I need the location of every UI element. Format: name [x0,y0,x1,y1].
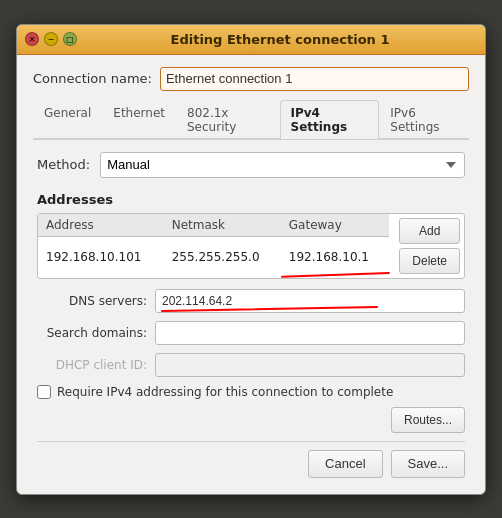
addresses-table-wrapper: Address Netmask Gateway 192.168.10.101 2… [37,213,465,279]
require-ipv4-checkbox[interactable] [37,385,51,399]
table-row[interactable]: 192.168.10.101 255.255.255.0 192.168.10.… [38,236,389,278]
main-window: ✕ − □ Editing Ethernet connection 1 Conn… [16,24,486,495]
cell-gateway: 192.168.10.1 [281,236,390,278]
method-label: Method: [37,157,90,172]
require-ipv4-label: Require IPv4 addressing for this connect… [57,385,393,399]
red-underline-decoration [281,272,390,278]
search-domains-label: Search domains: [37,326,147,340]
add-address-button[interactable]: Add [399,218,460,244]
dhcp-client-id-row: DHCP client ID: [37,353,465,377]
tab-8021x[interactable]: 802.1x Security [176,100,280,139]
cancel-button[interactable]: Cancel [308,450,382,478]
connection-name-label: Connection name: [33,71,152,86]
search-domains-input[interactable] [155,321,465,345]
connection-name-row: Connection name: [33,67,469,91]
maximize-button[interactable]: □ [63,32,77,46]
delete-address-button[interactable]: Delete [399,248,460,274]
close-button[interactable]: ✕ [25,32,39,46]
titlebar: ✕ − □ Editing Ethernet connection 1 [17,25,485,55]
require-ipv4-row: Require IPv4 addressing for this connect… [37,385,465,399]
window-title: Editing Ethernet connection 1 [83,32,477,47]
connection-name-input[interactable] [160,67,469,91]
tab-ipv6[interactable]: IPv6 Settings [379,100,469,139]
dns-input-wrapper [155,289,465,313]
tab-bar: General Ethernet 802.1x Security IPv4 Se… [33,99,469,140]
dhcp-client-id-label: DHCP client ID: [37,358,147,372]
address-action-buttons: Add Delete [395,214,464,278]
search-domains-row: Search domains: [37,321,465,345]
dhcp-client-id-input [155,353,465,377]
tab-ethernet[interactable]: Ethernet [102,100,176,139]
cell-netmask: 255.255.255.0 [164,236,281,278]
ipv4-tab-content: Method: Manual Automatic (DHCP) Link-Loc… [33,140,469,482]
bottom-buttons: Cancel Save... [37,441,465,478]
col-gateway: Gateway [281,214,390,237]
dns-servers-row: DNS servers: [37,289,465,313]
method-select[interactable]: Manual Automatic (DHCP) Link-Local Only … [100,152,465,178]
titlebar-buttons: ✕ − □ [25,32,77,46]
addresses-title: Addresses [37,192,465,207]
routes-button[interactable]: Routes... [391,407,465,433]
addresses-section: Addresses Address Netmask Gateway [37,192,465,279]
bottom-right-buttons: Cancel Save... [308,450,465,478]
tab-ipv4[interactable]: IPv4 Settings [280,100,380,139]
tab-general[interactable]: General [33,100,102,139]
cell-address: 192.168.10.101 [38,236,164,278]
col-netmask: Netmask [164,214,281,237]
method-row: Method: Manual Automatic (DHCP) Link-Loc… [37,152,465,178]
save-button[interactable]: Save... [391,450,465,478]
col-address: Address [38,214,164,237]
minimize-button[interactable]: − [44,32,58,46]
dns-servers-label: DNS servers: [37,294,147,308]
content-area: Connection name: General Ethernet 802.1x… [17,55,485,494]
addresses-table: Address Netmask Gateway 192.168.10.101 2… [38,214,389,278]
